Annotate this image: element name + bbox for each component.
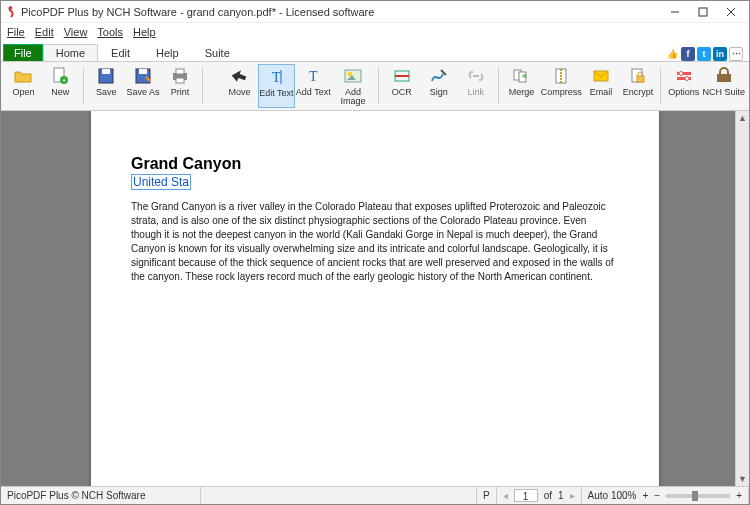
page-current-input[interactable]: 1 <box>514 489 538 502</box>
zoom-label: Auto 100% <box>588 490 637 501</box>
save-button[interactable]: Save <box>88 64 125 108</box>
add-image-button[interactable]: Add Image <box>332 64 375 108</box>
svg-text:T: T <box>272 70 281 85</box>
file-tab[interactable]: File <box>3 44 43 61</box>
tab-home[interactable]: Home <box>43 44 98 61</box>
svg-rect-11 <box>139 69 147 74</box>
menu-tools[interactable]: Tools <box>97 26 123 38</box>
save-as-icon <box>133 66 153 86</box>
page-of-label: of <box>544 490 552 501</box>
social-links: 👍 f t in ⋯ <box>665 47 749 61</box>
window-title: PicoPDF Plus by NCH Software - grand can… <box>21 6 661 18</box>
like-icon[interactable]: 👍 <box>665 47 679 61</box>
edit-text-button[interactable]: T Edit Text <box>258 64 295 108</box>
zoom-in-icon[interactable]: + <box>736 490 742 501</box>
svg-rect-2 <box>699 8 707 16</box>
facebook-icon[interactable]: f <box>681 47 695 61</box>
merge-icon <box>511 66 531 86</box>
svg-point-32 <box>685 77 689 81</box>
options-icon <box>674 66 694 86</box>
folder-open-icon <box>13 66 33 86</box>
ribbon-toolbar: Open + New Save Save As Print Move T Edi… <box>1 61 749 111</box>
svg-rect-13 <box>176 69 184 74</box>
app-icon <box>5 6 17 18</box>
twitter-icon[interactable]: t <box>697 47 711 61</box>
suite-icon <box>714 66 734 86</box>
menu-help[interactable]: Help <box>133 26 156 38</box>
move-icon <box>229 66 249 86</box>
svg-rect-18 <box>345 70 361 82</box>
page-prev-icon[interactable]: ◂ <box>503 490 508 501</box>
doc-heading[interactable]: Grand Canyon <box>131 155 619 173</box>
zoom-slider[interactable] <box>666 494 730 498</box>
vertical-scrollbar[interactable]: ▲ ▼ <box>735 111 749 486</box>
page-next-icon[interactable]: ▸ <box>570 490 575 501</box>
compress-button[interactable]: Compress <box>540 64 583 108</box>
new-button[interactable]: + New <box>42 64 79 108</box>
tab-help[interactable]: Help <box>143 44 192 61</box>
compress-icon <box>551 66 571 86</box>
scroll-down-icon[interactable]: ▼ <box>736 472 749 486</box>
link-icon <box>466 66 486 86</box>
encrypt-button[interactable]: Encrypt <box>620 64 657 108</box>
svg-point-0 <box>10 6 13 9</box>
svg-rect-28 <box>637 76 644 82</box>
svg-rect-9 <box>102 69 110 74</box>
svg-point-31 <box>679 72 683 76</box>
print-icon <box>170 66 190 86</box>
zoom-plus-icon[interactable]: + <box>642 490 648 501</box>
email-icon <box>591 66 611 86</box>
edit-text-icon: T <box>266 67 286 87</box>
tab-strip: File Home Edit Help Suite 👍 f t in ⋯ <box>1 41 749 61</box>
page-navigator: ◂ 1 of 1 ▸ <box>497 487 582 504</box>
move-button[interactable]: Move <box>221 64 258 108</box>
zoom-controls: Auto 100% + − + <box>582 487 749 504</box>
minimize-button[interactable] <box>661 2 689 22</box>
add-text-button[interactable]: T Add Text <box>295 64 332 108</box>
doc-subtitle-editing[interactable]: United Sta <box>131 174 191 190</box>
status-app-label: PicoPDF Plus © NCH Software <box>1 487 201 504</box>
status-bar: PicoPDF Plus © NCH Software P ◂ 1 of 1 ▸… <box>1 486 749 504</box>
merge-button[interactable]: Merge <box>503 64 540 108</box>
scroll-track[interactable] <box>736 125 749 472</box>
ocr-button[interactable]: OCR <box>383 64 420 108</box>
sign-button[interactable]: Sign <box>420 64 457 108</box>
share-icon[interactable]: ⋯ <box>729 47 743 61</box>
status-page-prefix: P <box>477 487 497 504</box>
menu-bar: File Edit View Tools Help <box>1 23 749 41</box>
menu-view[interactable]: View <box>64 26 88 38</box>
svg-rect-14 <box>176 78 184 83</box>
svg-text:+: + <box>62 77 66 84</box>
title-bar: PicoPDF Plus by NCH Software - grand can… <box>1 1 749 23</box>
document-viewport[interactable]: Grand Canyon United Sta The Grand Canyon… <box>1 111 749 486</box>
new-file-icon: + <box>50 66 70 86</box>
svg-point-19 <box>348 72 352 76</box>
doc-body-text[interactable]: The Grand Canyon is a river valley in th… <box>131 200 619 284</box>
close-button[interactable] <box>717 2 745 22</box>
save-as-button[interactable]: Save As <box>125 64 162 108</box>
zoom-out-icon[interactable]: − <box>654 490 660 501</box>
app-window: PicoPDF Plus by NCH Software - grand can… <box>0 0 750 505</box>
print-button[interactable]: Print <box>162 64 199 108</box>
nch-suite-button[interactable]: NCH Suite <box>702 64 745 108</box>
page-total: 1 <box>558 490 564 501</box>
add-image-icon <box>343 66 363 86</box>
open-button[interactable]: Open <box>5 64 42 108</box>
sign-icon <box>429 66 449 86</box>
ocr-icon <box>392 66 412 86</box>
options-button[interactable]: Options <box>665 64 702 108</box>
menu-edit[interactable]: Edit <box>35 26 54 38</box>
scroll-up-icon[interactable]: ▲ <box>736 111 749 125</box>
add-text-icon: T <box>303 66 323 86</box>
menu-file[interactable]: File <box>7 26 25 38</box>
tab-suite[interactable]: Suite <box>192 44 243 61</box>
linkedin-icon[interactable]: in <box>713 47 727 61</box>
link-button[interactable]: Link <box>457 64 494 108</box>
maximize-button[interactable] <box>689 2 717 22</box>
tab-edit[interactable]: Edit <box>98 44 143 61</box>
svg-rect-33 <box>717 74 731 82</box>
email-button[interactable]: Email <box>583 64 620 108</box>
pdf-page[interactable]: Grand Canyon United Sta The Grand Canyon… <box>91 111 659 486</box>
window-controls <box>661 2 745 22</box>
svg-text:T: T <box>309 69 318 84</box>
